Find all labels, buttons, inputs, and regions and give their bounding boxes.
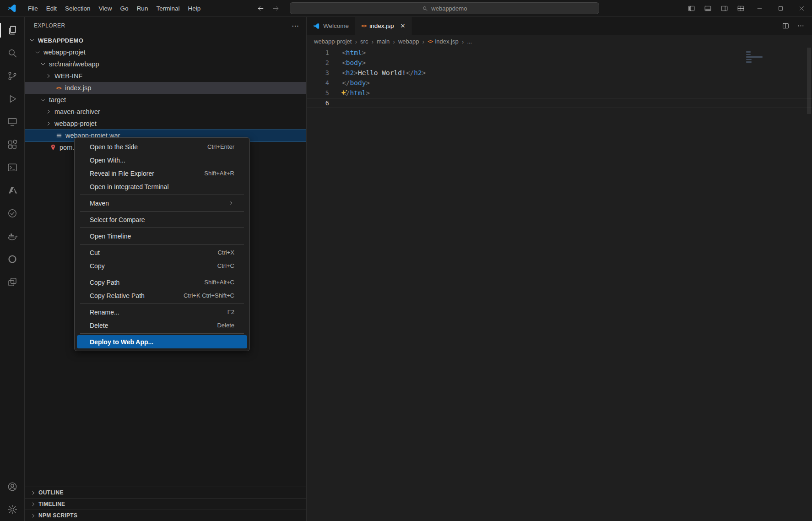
- breadcrumb-separator: ›: [422, 38, 424, 45]
- inline-suggestion-sparkle-icon[interactable]: [340, 89, 348, 97]
- activity-search[interactable]: [0, 42, 24, 65]
- menu-run[interactable]: Run: [133, 3, 152, 14]
- azure-icon: [7, 185, 18, 196]
- context-menu-item-open-timeline[interactable]: Open Timeline: [77, 229, 247, 243]
- menu-item-label: Open With...: [90, 157, 234, 164]
- activity-terminal-extension[interactable]: [0, 156, 24, 179]
- tab-index-jsp[interactable]: <>index.jsp✕: [355, 17, 411, 35]
- menu-file[interactable]: File: [24, 3, 42, 14]
- menu-go[interactable]: Go: [116, 3, 133, 14]
- code-line-4[interactable]: 4</body>: [307, 78, 812, 88]
- editor-more-actions-button[interactable]: [797, 22, 805, 30]
- toggle-secondary-sidebar-button[interactable]: [716, 0, 732, 17]
- account-icon: [7, 481, 18, 492]
- activity-remote-explorer[interactable]: [0, 110, 24, 133]
- menu-item-shortcut: Ctrl+X: [218, 249, 234, 256]
- menu-view[interactable]: View: [95, 3, 116, 14]
- activity-source-control[interactable]: [0, 65, 24, 87]
- toggle-sidebar-button[interactable]: [683, 0, 699, 17]
- minimize-button[interactable]: [749, 0, 770, 17]
- back-button[interactable]: [257, 5, 265, 12]
- toggle-panel-button[interactable]: [699, 0, 716, 17]
- minimap[interactable]: [746, 51, 764, 63]
- breadcrumb-index-jsp[interactable]: <>index.jsp: [428, 38, 459, 45]
- breadcrumb-more[interactable]: ...: [467, 38, 472, 45]
- activity-extension-circle[interactable]: [0, 202, 24, 225]
- menu-item-label: Cut: [90, 249, 218, 256]
- tree-item-index-jsp[interactable]: <>index.jsp: [25, 82, 306, 94]
- context-menu-item-maven[interactable]: Maven: [77, 196, 247, 210]
- activity-extension-windows[interactable]: [0, 271, 24, 293]
- context-menu-item-copy-relative-path[interactable]: Copy Relative PathCtrl+K Ctrl+Shift+C: [77, 289, 247, 302]
- split-editor-button[interactable]: [782, 22, 790, 30]
- tree-item-target[interactable]: target: [25, 94, 306, 106]
- menu-edit[interactable]: Edit: [42, 3, 61, 14]
- customize-layout-button[interactable]: [732, 0, 749, 17]
- activity-bar: [0, 17, 25, 521]
- activity-extensions[interactable]: [0, 133, 24, 156]
- close-button[interactable]: [791, 0, 812, 17]
- tree-item-webapp-projet[interactable]: webapp-projet: [25, 46, 306, 58]
- search-query-text: webappdemo: [431, 5, 467, 12]
- code-editor[interactable]: 1<html>2<body>3<h2>Hello World!</h2>4</b…: [307, 48, 812, 521]
- submenu-arrow-icon: [228, 200, 234, 206]
- panel-outline[interactable]: OUTLINE: [25, 487, 306, 498]
- menu-selection[interactable]: Selection: [61, 3, 95, 14]
- context-menu-item-open-in-integrated-terminal[interactable]: Open in Integrated Terminal: [77, 180, 247, 193]
- ring-icon: [7, 254, 18, 265]
- code-line-6[interactable]: 6: [307, 98, 812, 108]
- tree-item-maven-archiver[interactable]: maven-archiver: [25, 106, 306, 118]
- code-line-2[interactable]: 2<body>: [307, 58, 812, 68]
- context-menu-item-select-for-compare[interactable]: Select for Compare: [77, 213, 247, 226]
- breadcrumb-src[interactable]: src: [360, 38, 368, 45]
- menu-item-label: Copy Path: [90, 279, 204, 286]
- context-menu-item-copy-path[interactable]: Copy PathShift+Alt+C: [77, 276, 247, 289]
- panel-timeline[interactable]: TIMELINE: [25, 498, 306, 510]
- chevron-right-icon: [30, 501, 36, 507]
- menu-terminal[interactable]: Terminal: [152, 3, 184, 14]
- search-icon: [422, 5, 428, 11]
- forward-button[interactable]: [272, 5, 280, 12]
- context-menu-item-reveal-in-file-explorer[interactable]: Reveal in File ExplorerShift+Alt+R: [77, 167, 247, 180]
- more-actions-icon[interactable]: ⋯: [292, 22, 299, 30]
- activity-azure[interactable]: [0, 179, 24, 202]
- context-menu-item-copy[interactable]: CopyCtrl+C: [77, 259, 247, 272]
- activity-manage-settings[interactable]: [0, 498, 24, 521]
- breadcrumb-separator: ›: [462, 38, 464, 45]
- context-menu-item-deploy-to-web-app[interactable]: Deploy to Web App...: [77, 335, 247, 348]
- code-line-1[interactable]: 1<html>: [307, 48, 812, 58]
- activity-extension-ring[interactable]: [0, 248, 24, 271]
- context-menu-item-delete[interactable]: DeleteDelete: [77, 319, 247, 332]
- code-line-3[interactable]: 3<h2>Hello World!</h2>: [307, 68, 812, 78]
- context-menu-item-open-with[interactable]: Open With...: [77, 153, 247, 167]
- breadcrumb-webapp[interactable]: webapp: [398, 38, 419, 45]
- activity-run-and-debug[interactable]: [0, 87, 24, 110]
- activity-accounts[interactable]: [0, 475, 24, 498]
- menu-help[interactable]: Help: [184, 3, 205, 14]
- context-menu-item-rename[interactable]: Rename...F2: [77, 305, 247, 319]
- tree-item-src-main-webapp[interactable]: src\main\webapp: [25, 58, 306, 70]
- editor-scrollbar[interactable]: [807, 48, 811, 114]
- panel-npm-scripts[interactable]: NPM SCRIPTS: [25, 510, 306, 521]
- activity-explorer[interactable]: [0, 19, 24, 42]
- tree-item-webappdemo[interactable]: WEBAPPDEMO: [25, 34, 306, 46]
- context-menu-item-cut[interactable]: CutCtrl+X: [77, 246, 247, 259]
- breadcrumb-main[interactable]: main: [377, 38, 390, 45]
- code-line-5[interactable]: 5</html>: [307, 88, 812, 98]
- sidebar-title: EXPLORER: [34, 22, 65, 29]
- tab-welcome[interactable]: Welcome: [307, 17, 355, 35]
- activity-docker[interactable]: [0, 225, 24, 248]
- breadcrumb-webapp-projet[interactable]: webapp-projet: [314, 38, 352, 45]
- menu-item-shortcut: Shift+Alt+C: [204, 279, 234, 286]
- maven-pom-icon: [49, 144, 57, 151]
- tree-item-web-inf[interactable]: WEB-INF: [25, 70, 306, 82]
- toggle-sidebar-icon: [687, 5, 695, 12]
- maximize-button[interactable]: [770, 0, 791, 17]
- command-center-search[interactable]: webappdemo: [290, 2, 599, 14]
- minimap-line: [746, 56, 763, 58]
- minimize-icon: [756, 5, 763, 12]
- chevron-right-icon: [45, 109, 52, 115]
- context-menu-item-open-to-the-side[interactable]: Open to the SideCtrl+Enter: [77, 140, 247, 153]
- close-tab-icon[interactable]: ✕: [401, 23, 406, 29]
- tree-item-webapp-projet[interactable]: webapp-projet: [25, 118, 306, 130]
